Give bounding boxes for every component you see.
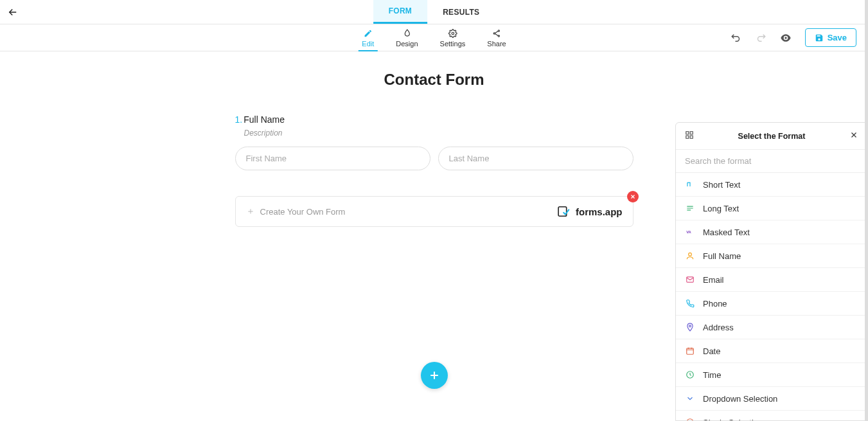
close-icon <box>630 193 636 200</box>
svg-rect-8 <box>690 136 693 138</box>
panel-close-button[interactable] <box>849 130 858 141</box>
redo-button[interactable] <box>755 32 766 44</box>
field-name: Full Name <box>244 114 285 125</box>
subtab-design-label: Design <box>396 40 418 48</box>
create-form-left: ＋ Create Your Own Form <box>246 206 346 217</box>
format-item-label: Single Selection <box>703 418 763 421</box>
format-item-label: Email <box>703 275 724 285</box>
field-description[interactable]: Description <box>244 129 633 138</box>
gear-icon <box>448 28 457 39</box>
format-item[interactable]: Email <box>676 268 867 292</box>
format-item[interactable]: Full Name <box>676 244 867 268</box>
address-icon <box>685 322 695 332</box>
subbar-right: Save <box>731 24 856 51</box>
undo-icon <box>731 32 742 44</box>
format-item[interactable]: Time <box>676 363 867 387</box>
format-item-label: Date <box>703 346 720 356</box>
masked-text-icon: VA <box>685 227 695 237</box>
panel-header: Select the Format <box>676 123 867 150</box>
create-form-box[interactable]: ＋ Create Your Own Form forms.app <box>235 196 633 227</box>
time-icon <box>685 370 695 380</box>
last-name-input[interactable] <box>438 147 633 170</box>
eye-icon <box>779 31 792 44</box>
svg-point-0 <box>452 32 454 35</box>
format-item-label: Full Name <box>703 251 741 261</box>
grid-icon[interactable] <box>685 130 694 141</box>
undo-button[interactable] <box>731 32 742 44</box>
svg-point-15 <box>687 419 694 420</box>
search-input[interactable] <box>676 150 867 172</box>
panel-search <box>676 150 867 173</box>
subbar: Edit Design Settings Share Save <box>0 24 868 51</box>
add-field-fab[interactable] <box>421 362 448 389</box>
preview-button[interactable] <box>779 31 792 44</box>
subtab-share-label: Share <box>487 40 506 48</box>
canvas: Contact Form 1.Full Name Description ＋ C… <box>0 51 868 421</box>
format-item-label: Time <box>703 370 721 380</box>
tab-results[interactable]: RESULTS <box>427 0 495 24</box>
svg-point-12 <box>689 325 691 327</box>
panel-list[interactable]: Short TextLong TextVAMasked TextFull Nam… <box>676 173 867 420</box>
subtab-settings-label: Settings <box>440 40 466 48</box>
save-label: Save <box>828 33 847 42</box>
tab-form[interactable]: FORM <box>373 0 428 24</box>
svg-rect-7 <box>686 136 689 138</box>
format-item-label: Phone <box>703 299 727 309</box>
format-item-label: Dropdown Selection <box>703 394 777 404</box>
long-text-icon <box>685 203 695 213</box>
format-item[interactable]: Address <box>676 316 867 339</box>
field-number: 1. <box>235 114 243 125</box>
svg-point-3 <box>498 35 499 37</box>
page-scrollbar[interactable] <box>865 0 868 421</box>
format-item[interactable]: Short Text <box>676 173 867 197</box>
panel-title: Select the Format <box>694 132 849 141</box>
form-title[interactable]: Contact Form <box>0 71 868 89</box>
format-item-label: Long Text <box>703 204 739 213</box>
subbar-center: Edit Design Settings Share <box>358 24 509 51</box>
arrow-left-icon <box>7 6 19 18</box>
pencil-icon <box>364 28 373 39</box>
svg-rect-13 <box>687 348 694 354</box>
format-item[interactable]: VAMasked Text <box>676 220 867 244</box>
plus-icon <box>428 369 441 382</box>
svg-rect-5 <box>686 132 689 134</box>
plus-icon: ＋ <box>246 206 255 217</box>
first-name-input[interactable] <box>235 147 430 170</box>
format-item[interactable]: Dropdown Selection <box>676 387 867 411</box>
subtab-design[interactable]: Design <box>392 28 421 48</box>
svg-point-2 <box>493 33 495 34</box>
format-panel: Select the Format Short TextLong TextVAM… <box>675 122 868 421</box>
brand-text: forms.app <box>576 206 623 217</box>
date-icon <box>685 346 695 356</box>
brand-logo: forms.app <box>558 206 623 217</box>
email-icon <box>685 274 695 285</box>
subtab-share[interactable]: Share <box>483 28 509 48</box>
svg-rect-6 <box>690 132 693 134</box>
format-item-label: Short Text <box>703 180 740 190</box>
topbar: FORM RESULTS <box>0 0 868 24</box>
back-button[interactable] <box>0 6 26 18</box>
svg-point-1 <box>498 30 499 31</box>
dropdown-icon <box>685 393 695 404</box>
svg-text:VA: VA <box>686 230 691 234</box>
form-area: 1.Full Name Description ＋ Create Your Ow… <box>235 114 633 227</box>
subtab-edit[interactable]: Edit <box>358 28 378 51</box>
close-create-box[interactable] <box>627 191 639 202</box>
single-select-icon <box>685 417 695 420</box>
brand-mark-icon <box>558 206 572 217</box>
full-name-icon <box>685 251 695 261</box>
create-form-label: Create Your Own Form <box>260 207 346 217</box>
format-item-label: Address <box>703 323 734 332</box>
share-icon <box>492 28 501 39</box>
format-item[interactable]: Long Text <box>676 197 867 220</box>
format-item[interactable]: Single Selection <box>676 411 867 420</box>
save-button[interactable]: Save <box>805 28 856 47</box>
field-label[interactable]: 1.Full Name <box>235 114 633 125</box>
subtab-settings[interactable]: Settings <box>436 28 470 48</box>
phone-icon <box>685 298 695 309</box>
format-item[interactable]: Phone <box>676 292 867 316</box>
name-row <box>235 147 633 170</box>
short-text-icon <box>685 179 695 190</box>
save-icon <box>815 33 824 42</box>
format-item[interactable]: Date <box>676 339 867 363</box>
